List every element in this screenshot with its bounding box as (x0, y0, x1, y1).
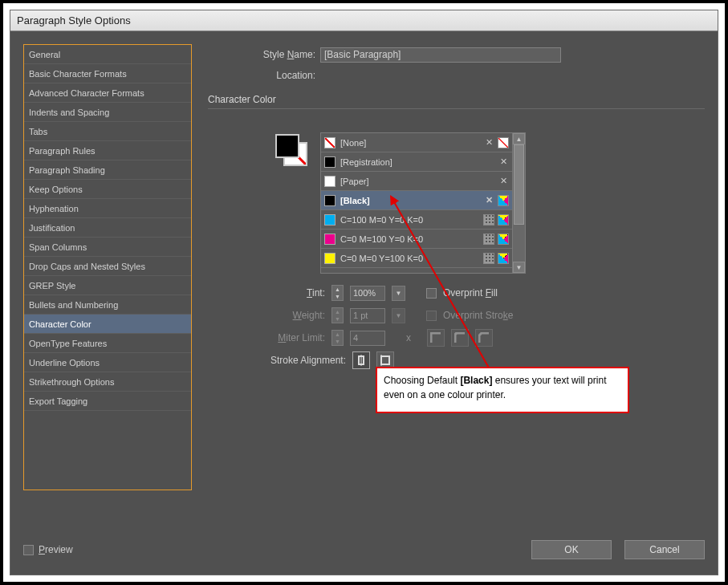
dialog-window: Paragraph Style Options GeneralBasic Cha… (10, 10, 718, 575)
swatch-color-icon (324, 137, 336, 148)
titlebar: Paragraph Style Options (10, 10, 718, 31)
sidebar-item-general[interactable]: General (24, 45, 191, 64)
global-color-icon (483, 253, 494, 264)
sidebar-item-tabs[interactable]: Tabs (24, 122, 191, 141)
section-divider (208, 108, 705, 109)
overprint-fill-label: Overprint Fill (443, 287, 498, 299)
sidebar-item-strikethrough-options[interactable]: Strikethrough Options (24, 372, 191, 392)
scroll-thumb[interactable] (514, 144, 524, 225)
weight-stepper: ▲▼ (331, 307, 344, 323)
scroll-down-icon[interactable]: ▼ (513, 262, 525, 273)
swatch-name: [Registration] (340, 157, 493, 167)
location-label: Location: (208, 70, 320, 81)
fill-stroke-preview[interactable] (275, 134, 307, 166)
none-icon (498, 137, 509, 148)
swatch-name: C=100 M=0 Y=0 K=0 (340, 215, 478, 225)
tint-input[interactable] (350, 286, 385, 301)
cmyk-icon (498, 214, 509, 225)
join-bevel-button (475, 329, 493, 347)
tint-label: Tint: (251, 287, 325, 299)
style-name-label: Style Name: (208, 49, 320, 60)
weight-label: Weight: (251, 310, 325, 321)
swatch-row[interactable]: C=100 M=0 Y=0 K=0 (321, 210, 512, 230)
swatch-name: C=0 M=0 Y=100 K=0 (340, 254, 478, 263)
miter-label: Miter Limit: (251, 332, 325, 343)
stroke-align-center-button[interactable] (352, 351, 370, 369)
annotation-callout: Choosing Default [Black] ensures your te… (376, 367, 629, 413)
swatch-row[interactable]: [Paper]✕ (321, 172, 512, 191)
scroll-up-icon[interactable]: ▲ (513, 133, 525, 144)
sidebar-item-basic-character-formats[interactable]: Basic Character Formats (24, 64, 191, 83)
cancel-button[interactable]: Cancel (624, 540, 705, 559)
sidebar-item-bullets-and-numbering[interactable]: Bullets and Numbering (24, 295, 191, 315)
sidebar-item-drop-caps-and-nested-styles[interactable]: Drop Caps and Nested Styles (24, 257, 191, 276)
sidebar-item-paragraph-shading[interactable]: Paragraph Shading (24, 160, 191, 180)
cmyk-icon (498, 195, 509, 206)
swatch-color-icon (324, 195, 336, 206)
overprint-stroke-label: Overprint Stroke (443, 310, 513, 321)
swatch-list: [None]✕[Registration]✕[Paper]✕[Black]✕C=… (320, 132, 526, 274)
non-editable-icon: ✕ (498, 156, 509, 168)
swatch-name: [None] (340, 138, 478, 148)
swatch-row[interactable]: [Registration]✕ (321, 152, 512, 172)
swatch-color-icon (324, 214, 336, 225)
swatch-name: [Black] (340, 196, 478, 205)
bottom-bar: Preview OK Cancel (23, 538, 705, 562)
weight-input (350, 308, 385, 323)
sidebar-item-indents-and-spacing[interactable]: Indents and Spacing (24, 103, 191, 122)
non-editable-icon: ✕ (483, 137, 494, 148)
sidebar-item-underline-options[interactable]: Underline Options (24, 353, 191, 372)
miter-x: x (406, 332, 411, 343)
weight-dropdown-button: ▼ (392, 308, 405, 323)
non-editable-icon: ✕ (498, 176, 509, 187)
preview-label: Preview (39, 544, 73, 555)
svg-rect-2 (381, 356, 389, 364)
tint-dropdown-button[interactable]: ▼ (392, 286, 405, 301)
join-round-button (451, 329, 469, 347)
swatch-color-icon (324, 156, 336, 168)
sidebar-item-paragraph-rules[interactable]: Paragraph Rules (24, 141, 191, 160)
sidebar-item-grep-style[interactable]: GREP Style (24, 276, 191, 295)
non-editable-icon: ✕ (483, 195, 494, 206)
global-color-icon (483, 214, 494, 225)
sidebar-item-hyphenation[interactable]: Hyphenation (24, 199, 191, 218)
window-title: Paragraph Style Options (17, 14, 131, 26)
sidebar-item-span-columns[interactable]: Span Columns (24, 238, 191, 257)
sidebar-item-character-color[interactable]: Character Color (24, 315, 191, 334)
swatch-name: [Paper] (340, 177, 493, 186)
cmyk-icon (498, 253, 509, 264)
tint-stepper[interactable]: ▲▼ (331, 285, 344, 301)
sidebar-item-export-tagging[interactable]: Export Tagging (24, 392, 191, 411)
swatch-color-icon (324, 176, 336, 187)
stroke-align-label: Stroke Alignment: (251, 355, 346, 366)
swatch-row[interactable]: [Black]✕ (321, 191, 512, 210)
swatch-name: C=0 M=100 Y=0 K=0 (340, 234, 478, 244)
swatch-row[interactable]: C=0 M=100 Y=0 K=0 (321, 230, 512, 249)
overprint-fill-checkbox[interactable] (426, 288, 437, 299)
miter-stepper: ▲▼ (331, 330, 344, 346)
sidebar-item-opentype-features[interactable]: OpenType Features (24, 334, 191, 353)
sidebar-item-justification[interactable]: Justification (24, 218, 191, 238)
ok-button[interactable]: OK (531, 540, 612, 559)
join-miter-button (427, 329, 445, 347)
overprint-stroke-checkbox (426, 311, 437, 321)
swatch-row[interactable]: C=0 M=0 Y=100 K=0 (321, 249, 512, 268)
cmyk-icon (498, 234, 509, 245)
sidebar-item-keep-options[interactable]: Keep Options (24, 180, 191, 199)
dialog-content: GeneralBasic Character FormatsAdvanced C… (10, 31, 718, 575)
fill-swatch-icon[interactable] (275, 134, 299, 158)
right-panel: Style Name: Location: Character Color [N… (208, 44, 705, 518)
global-color-icon (483, 234, 494, 245)
preview-checkbox[interactable] (23, 545, 34, 555)
section-title: Character Color (208, 94, 705, 105)
swatch-color-icon (324, 253, 336, 264)
sidebar: GeneralBasic Character FormatsAdvanced C… (23, 44, 192, 490)
swatch-row[interactable]: [None]✕ (321, 133, 512, 152)
style-name-input[interactable] (320, 47, 561, 63)
scroll-track[interactable] (513, 144, 525, 262)
miter-input (350, 331, 385, 346)
sidebar-item-advanced-character-formats[interactable]: Advanced Character Formats (24, 83, 191, 103)
swatch-color-icon (324, 234, 336, 245)
swatch-scrollbar[interactable]: ▲ ▼ (512, 133, 525, 273)
